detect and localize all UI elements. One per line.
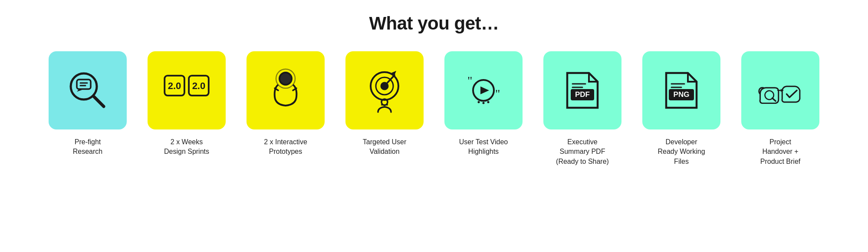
svg-text:": "	[467, 74, 472, 87]
video-play-icon: " "	[460, 66, 507, 114]
item-label-interactive-prototypes: 2 x Interactive Prototypes	[264, 137, 307, 157]
item-developer-files: PNG Developer Ready Working Files	[636, 51, 727, 166]
icon-box-pre-fight-research	[49, 51, 127, 129]
item-label-user-validation: Targeted User Validation	[363, 137, 407, 157]
item-project-handover: Project Handover + Product Brief	[735, 51, 826, 166]
target-person-icon	[361, 66, 408, 114]
items-grid: Pre-fight Research 2.0 2.0 2 x Weeks Des…	[22, 51, 846, 166]
svg-text:PDF: PDF	[575, 90, 590, 99]
item-label-project-handover: Project Handover + Product Brief	[760, 137, 800, 166]
item-label-developer-files: Developer Ready Working Files	[658, 137, 705, 166]
item-design-sprints: 2.0 2.0 2 x Weeks Design Sprints	[141, 51, 232, 157]
svg-text:2.0: 2.0	[192, 80, 206, 91]
svg-line-38	[772, 98, 776, 101]
svg-text:PNG: PNG	[674, 90, 690, 99]
search-chat-icon	[64, 66, 112, 114]
svg-text:2.0: 2.0	[168, 80, 181, 91]
icon-box-developer-files: PNG	[642, 51, 720, 129]
version-boxes-icon: 2.0 2.0	[163, 66, 210, 114]
svg-point-28	[487, 101, 490, 103]
svg-point-15	[381, 83, 388, 90]
svg-text:": "	[495, 87, 500, 100]
svg-point-20	[384, 104, 385, 106]
png-file-icon: PNG	[658, 66, 705, 114]
touch-pointer-icon	[262, 66, 309, 114]
svg-point-26	[478, 101, 480, 103]
icon-box-executive-summary: PDF	[543, 51, 621, 129]
item-label-executive-summary: Executive Summary PDF (Ready to Share)	[556, 137, 609, 166]
svg-point-27	[483, 102, 485, 104]
icon-box-user-validation	[345, 51, 424, 129]
icon-box-interactive-prototypes	[247, 51, 325, 129]
item-interactive-prototypes: 2 x Interactive Prototypes	[240, 51, 331, 157]
svg-rect-2	[77, 80, 91, 89]
svg-line-1	[94, 96, 104, 106]
pdf-file-icon: PDF	[559, 66, 606, 114]
icon-box-design-sprints: 2.0 2.0	[148, 51, 226, 129]
svg-point-19	[381, 104, 383, 106]
page-title: What you get…	[369, 13, 499, 34]
svg-point-9	[279, 73, 292, 85]
handover-icon	[756, 66, 804, 114]
svg-marker-23	[480, 86, 489, 94]
icon-box-user-test-video: " "	[444, 51, 523, 129]
item-label-pre-fight-research: Pre-fight Research	[73, 137, 102, 157]
item-user-test-video: " " User Test Video Highlights	[438, 51, 529, 157]
item-executive-summary: PDF Executive Summary PDF (Ready to Shar…	[537, 51, 628, 166]
svg-point-21	[386, 104, 388, 106]
item-pre-fight-research: Pre-fight Research	[42, 51, 133, 157]
item-label-design-sprints: 2 x Weeks Design Sprints	[164, 137, 209, 157]
icon-box-project-handover	[741, 51, 819, 129]
item-label-user-test-video: User Test Video Highlights	[459, 137, 508, 157]
item-user-validation: Targeted User Validation	[339, 51, 430, 157]
